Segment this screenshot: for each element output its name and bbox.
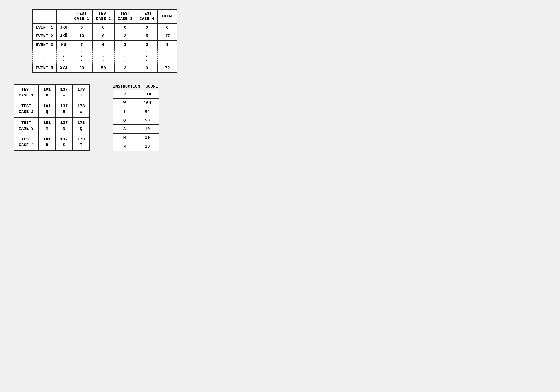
test-case-label: TESTCASE 4 — [14, 134, 39, 151]
table-row: EVENT 1 JKU 0 0 0 0 0 — [32, 23, 177, 32]
test-case-label: TESTCASE 3 — [14, 118, 39, 134]
cell-value: 0 — [93, 32, 114, 40]
cell-value: 5 — [136, 32, 158, 40]
score-cell: 58 — [136, 116, 159, 125]
cell-value: 0 — [136, 40, 158, 49]
right-table-section: INSTRUCTION SCORE R 114 W 104 T 64 Q — [113, 84, 163, 151]
cell-value: 72 — [158, 64, 177, 72]
code-label: XYJ — [57, 64, 71, 72]
event-label: EVENT 2 — [32, 32, 57, 40]
table-row: M 10 — [113, 133, 159, 142]
table-row: R 114 — [113, 90, 159, 99]
instruction-cell: Q — [113, 116, 136, 125]
code-label: JKU — [57, 23, 71, 32]
table-row: TESTCASE 4 101R 137S 173T — [14, 134, 90, 151]
cell-value: 0 — [136, 64, 158, 72]
cell-value: 10 — [71, 32, 93, 40]
header-tc1: TESTCASE 1 — [71, 10, 93, 23]
cell-num-let: 137N — [55, 118, 72, 134]
table-row: Q 58 — [113, 116, 159, 125]
header-total: TOTAL — [158, 10, 177, 23]
cell-num-let: 173T — [73, 84, 90, 101]
cell-value: 7 — [71, 40, 93, 49]
cell-value: 2 — [114, 40, 136, 49]
score-cell: 64 — [136, 107, 159, 116]
cell-value: 17 — [158, 32, 177, 40]
cell-value: 20 — [71, 64, 93, 72]
code-label: KU — [57, 40, 71, 49]
table-row: EVENT 2 JKU 10 0 2 5 17 — [32, 32, 177, 40]
table-row: EVENT 3 KU 7 0 2 0 9 — [32, 40, 177, 49]
table-row: N 10 — [113, 142, 159, 151]
cell-num-let: 137R — [55, 101, 72, 117]
top-table-wrapper: TESTCASE 1 TESTCASE 2 TESTCASE 3 TESTCAS… — [32, 9, 177, 73]
bottom-left-table: TESTCASE 1 101R 137W 173T TESTCASE 2 101… — [14, 84, 90, 151]
event-label: EVENT 3 — [32, 40, 57, 49]
score-cell: 114 — [136, 90, 159, 99]
cell-value: 0 — [136, 23, 158, 32]
test-case-label: TESTCASE 1 — [14, 84, 39, 101]
score-cell: 104 — [136, 99, 159, 107]
cell-num-let: 137W — [55, 84, 72, 101]
instruction-cell: M — [113, 133, 136, 142]
cell-num-let: 137S — [55, 134, 72, 151]
bottom-section: TESTCASE 1 101R 137W 173T TESTCASE 2 101… — [14, 84, 163, 151]
cell-num-let: 101M — [39, 118, 55, 134]
cell-value: 0 — [71, 23, 93, 32]
right-table: R 114 W 104 T 64 Q 58 S 10 — [113, 90, 159, 151]
cell-num-let: 101Q — [39, 101, 55, 117]
table-row: S 10 — [113, 125, 159, 133]
cell-value: 0 — [93, 23, 114, 32]
dots-cell: ••• — [93, 49, 114, 64]
instruction-cell: N — [113, 142, 136, 151]
dots-cell: ••• — [158, 49, 177, 64]
cell-num-let: 173W — [73, 101, 90, 117]
header-tc2: TESTCASE 2 — [93, 10, 114, 23]
instruction-cell: R — [113, 90, 136, 99]
cell-value: 0 — [158, 23, 177, 32]
code-label: JKU — [57, 32, 71, 40]
table-row: W 104 — [113, 99, 159, 107]
cell-value: 2 — [114, 64, 136, 72]
cell-num-let: 173T — [73, 134, 90, 151]
instruction-cell: W — [113, 99, 136, 107]
score-cell: 10 — [136, 133, 159, 142]
cell-value: 50 — [93, 64, 114, 72]
score-cell: 10 — [136, 125, 159, 133]
dots-cell: ••• — [114, 49, 136, 64]
instruction-cell: T — [113, 107, 136, 116]
right-header-score: SCORE — [140, 84, 163, 89]
right-table-header: INSTRUCTION SCORE — [113, 84, 163, 89]
cell-num-let: 101R — [39, 84, 55, 101]
table-row: T 64 — [113, 107, 159, 116]
score-cell: 10 — [136, 142, 159, 151]
right-header-instruction: INSTRUCTION — [113, 84, 140, 89]
cell-value: 9 — [158, 40, 177, 49]
dots-cell: ••• — [136, 49, 158, 64]
cell-value: 2 — [114, 32, 136, 40]
cell-num-let: 101R — [39, 134, 55, 151]
dots-row: ••• ••• ••• ••• ••• ••• ••• — [32, 49, 177, 64]
event-label: EVENT N — [32, 64, 57, 72]
header-tc3: TESTCASE 3 — [114, 10, 136, 23]
table-row: TESTCASE 1 101R 137W 173T — [14, 84, 90, 101]
cell-value: 0 — [114, 23, 136, 32]
top-table-header-row: TESTCASE 1 TESTCASE 2 TESTCASE 3 TESTCAS… — [32, 10, 177, 23]
table-row: TESTCASE 3 101M 137N 173Q — [14, 118, 90, 134]
cell-value: 0 — [93, 40, 114, 49]
header-empty1 — [32, 10, 57, 23]
table-row-last: EVENT N XYJ 20 50 2 0 72 — [32, 64, 177, 72]
test-case-label: TESTCASE 2 — [14, 101, 39, 117]
header-empty2 — [57, 10, 71, 23]
dots-cell: ••• — [57, 49, 71, 64]
dots-cell: ••• — [71, 49, 93, 64]
bottom-left-table-wrapper: TESTCASE 1 101R 137W 173T TESTCASE 2 101… — [14, 84, 90, 151]
dots-cell: ••• — [32, 49, 57, 64]
header-tc4: TESTCASE 4 — [136, 10, 158, 23]
event-label: EVENT 1 — [32, 23, 57, 32]
top-table: TESTCASE 1 TESTCASE 2 TESTCASE 3 TESTCAS… — [32, 9, 177, 73]
instruction-cell: S — [113, 125, 136, 133]
table-row: TESTCASE 2 101Q 137R 173W — [14, 101, 90, 117]
cell-num-let: 173Q — [73, 118, 90, 134]
